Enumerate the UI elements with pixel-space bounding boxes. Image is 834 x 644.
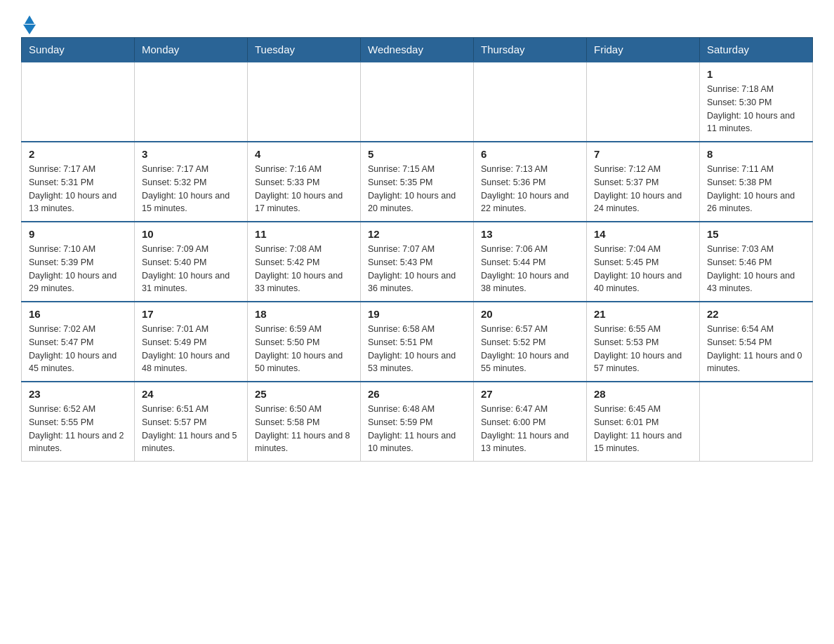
day-info: Sunrise: 6:59 AMSunset: 5:50 PMDaylight:… [255, 323, 353, 375]
weekday-header-friday: Friday [587, 38, 700, 62]
calendar-cell: 16Sunrise: 7:02 AMSunset: 5:47 PMDayligh… [22, 302, 135, 382]
day-info: Sunrise: 6:48 AMSunset: 5:59 PMDaylight:… [368, 403, 466, 455]
day-info: Sunrise: 6:55 AMSunset: 5:53 PMDaylight:… [594, 323, 692, 375]
day-info: Sunrise: 7:01 AMSunset: 5:49 PMDaylight:… [142, 323, 240, 375]
calendar-week-row: 9Sunrise: 7:10 AMSunset: 5:39 PMDaylight… [22, 222, 813, 302]
day-info: Sunrise: 6:57 AMSunset: 5:52 PMDaylight:… [481, 323, 579, 375]
day-number: 20 [481, 308, 579, 320]
day-number: 18 [255, 308, 353, 320]
page-header [21, 14, 813, 30]
weekday-header-saturday: Saturday [700, 38, 813, 62]
calendar-cell: 28Sunrise: 6:45 AMSunset: 6:01 PMDayligh… [587, 382, 700, 462]
logo [21, 14, 36, 30]
calendar-cell [22, 62, 135, 142]
day-info: Sunrise: 7:07 AMSunset: 5:43 PMDaylight:… [368, 243, 466, 295]
day-number: 17 [142, 308, 240, 320]
day-number: 13 [481, 228, 579, 240]
day-number: 25 [255, 388, 353, 400]
day-number: 12 [368, 228, 466, 240]
day-number: 15 [707, 228, 805, 240]
calendar-cell: 15Sunrise: 7:03 AMSunset: 5:46 PMDayligh… [700, 222, 813, 302]
day-info: Sunrise: 6:58 AMSunset: 5:51 PMDaylight:… [368, 323, 466, 375]
day-number: 7 [594, 148, 692, 160]
day-info: Sunrise: 7:09 AMSunset: 5:40 PMDaylight:… [142, 243, 240, 295]
day-info: Sunrise: 6:54 AMSunset: 5:54 PMDaylight:… [707, 323, 805, 375]
calendar-cell: 10Sunrise: 7:09 AMSunset: 5:40 PMDayligh… [135, 222, 248, 302]
day-info: Sunrise: 7:17 AMSunset: 5:31 PMDaylight:… [29, 163, 127, 215]
day-info: Sunrise: 6:50 AMSunset: 5:58 PMDaylight:… [255, 403, 353, 455]
day-info: Sunrise: 7:18 AMSunset: 5:30 PMDaylight:… [707, 83, 805, 135]
calendar-cell: 9Sunrise: 7:10 AMSunset: 5:39 PMDaylight… [22, 222, 135, 302]
weekday-header-sunday: Sunday [22, 38, 135, 62]
calendar-cell: 17Sunrise: 7:01 AMSunset: 5:49 PMDayligh… [135, 302, 248, 382]
calendar-cell [700, 382, 813, 462]
day-info: Sunrise: 6:45 AMSunset: 6:01 PMDaylight:… [594, 403, 692, 455]
day-number: 16 [29, 308, 127, 320]
calendar-week-row: 2Sunrise: 7:17 AMSunset: 5:31 PMDaylight… [22, 142, 813, 222]
day-info: Sunrise: 7:03 AMSunset: 5:46 PMDaylight:… [707, 243, 805, 295]
day-info: Sunrise: 6:51 AMSunset: 5:57 PMDaylight:… [142, 403, 240, 455]
calendar-cell: 7Sunrise: 7:12 AMSunset: 5:37 PMDaylight… [587, 142, 700, 222]
day-number: 10 [142, 228, 240, 240]
calendar-week-row: 1Sunrise: 7:18 AMSunset: 5:30 PMDaylight… [22, 62, 813, 142]
calendar-cell: 5Sunrise: 7:15 AMSunset: 5:35 PMDaylight… [361, 142, 474, 222]
day-number: 28 [594, 388, 692, 400]
day-number: 4 [255, 148, 353, 160]
weekday-header-thursday: Thursday [474, 38, 587, 62]
day-info: Sunrise: 7:12 AMSunset: 5:37 PMDaylight:… [594, 163, 692, 215]
day-info: Sunrise: 6:47 AMSunset: 6:00 PMDaylight:… [481, 403, 579, 455]
calendar-cell: 8Sunrise: 7:11 AMSunset: 5:38 PMDaylight… [700, 142, 813, 222]
calendar-cell [248, 62, 361, 142]
calendar-cell: 1Sunrise: 7:18 AMSunset: 5:30 PMDaylight… [700, 62, 813, 142]
weekday-header-monday: Monday [135, 38, 248, 62]
calendar-cell: 25Sunrise: 6:50 AMSunset: 5:58 PMDayligh… [248, 382, 361, 462]
day-info: Sunrise: 7:02 AMSunset: 5:47 PMDaylight:… [29, 323, 127, 375]
day-number: 2 [29, 148, 127, 160]
calendar-cell: 21Sunrise: 6:55 AMSunset: 5:53 PMDayligh… [587, 302, 700, 382]
day-number: 6 [481, 148, 579, 160]
calendar-week-row: 23Sunrise: 6:52 AMSunset: 5:55 PMDayligh… [22, 382, 813, 462]
day-number: 22 [707, 308, 805, 320]
day-number: 11 [255, 228, 353, 240]
day-info: Sunrise: 7:15 AMSunset: 5:35 PMDaylight:… [368, 163, 466, 215]
day-number: 8 [707, 148, 805, 160]
calendar-cell: 27Sunrise: 6:47 AMSunset: 6:00 PMDayligh… [474, 382, 587, 462]
calendar-cell: 19Sunrise: 6:58 AMSunset: 5:51 PMDayligh… [361, 302, 474, 382]
calendar-cell: 6Sunrise: 7:13 AMSunset: 5:36 PMDaylight… [474, 142, 587, 222]
day-number: 21 [594, 308, 692, 320]
calendar-cell [474, 62, 587, 142]
day-number: 27 [481, 388, 579, 400]
calendar-cell: 22Sunrise: 6:54 AMSunset: 5:54 PMDayligh… [700, 302, 813, 382]
day-number: 9 [29, 228, 127, 240]
weekday-header-row: SundayMondayTuesdayWednesdayThursdayFrid… [22, 38, 813, 62]
day-info: Sunrise: 7:11 AMSunset: 5:38 PMDaylight:… [707, 163, 805, 215]
day-number: 19 [368, 308, 466, 320]
day-number: 1 [707, 68, 805, 80]
calendar-cell [361, 62, 474, 142]
calendar-cell: 2Sunrise: 7:17 AMSunset: 5:31 PMDaylight… [22, 142, 135, 222]
day-number: 3 [142, 148, 240, 160]
calendar-cell: 20Sunrise: 6:57 AMSunset: 5:52 PMDayligh… [474, 302, 587, 382]
calendar-cell: 11Sunrise: 7:08 AMSunset: 5:42 PMDayligh… [248, 222, 361, 302]
calendar-table: SundayMondayTuesdayWednesdayThursdayFrid… [21, 37, 813, 462]
calendar-cell [135, 62, 248, 142]
day-info: Sunrise: 7:10 AMSunset: 5:39 PMDaylight:… [29, 243, 127, 295]
day-number: 14 [594, 228, 692, 240]
weekday-header-wednesday: Wednesday [361, 38, 474, 62]
day-info: Sunrise: 6:52 AMSunset: 5:55 PMDaylight:… [29, 403, 127, 455]
calendar-cell [587, 62, 700, 142]
calendar-cell: 12Sunrise: 7:07 AMSunset: 5:43 PMDayligh… [361, 222, 474, 302]
day-info: Sunrise: 7:13 AMSunset: 5:36 PMDaylight:… [481, 163, 579, 215]
calendar-cell: 4Sunrise: 7:16 AMSunset: 5:33 PMDaylight… [248, 142, 361, 222]
calendar-cell: 24Sunrise: 6:51 AMSunset: 5:57 PMDayligh… [135, 382, 248, 462]
calendar-cell: 23Sunrise: 6:52 AMSunset: 5:55 PMDayligh… [22, 382, 135, 462]
day-info: Sunrise: 7:04 AMSunset: 5:45 PMDaylight:… [594, 243, 692, 295]
day-number: 23 [29, 388, 127, 400]
day-number: 24 [142, 388, 240, 400]
calendar-cell: 18Sunrise: 6:59 AMSunset: 5:50 PMDayligh… [248, 302, 361, 382]
day-info: Sunrise: 7:17 AMSunset: 5:32 PMDaylight:… [142, 163, 240, 215]
calendar-week-row: 16Sunrise: 7:02 AMSunset: 5:47 PMDayligh… [22, 302, 813, 382]
calendar-cell: 26Sunrise: 6:48 AMSunset: 5:59 PMDayligh… [361, 382, 474, 462]
day-info: Sunrise: 7:06 AMSunset: 5:44 PMDaylight:… [481, 243, 579, 295]
calendar-cell: 13Sunrise: 7:06 AMSunset: 5:44 PMDayligh… [474, 222, 587, 302]
